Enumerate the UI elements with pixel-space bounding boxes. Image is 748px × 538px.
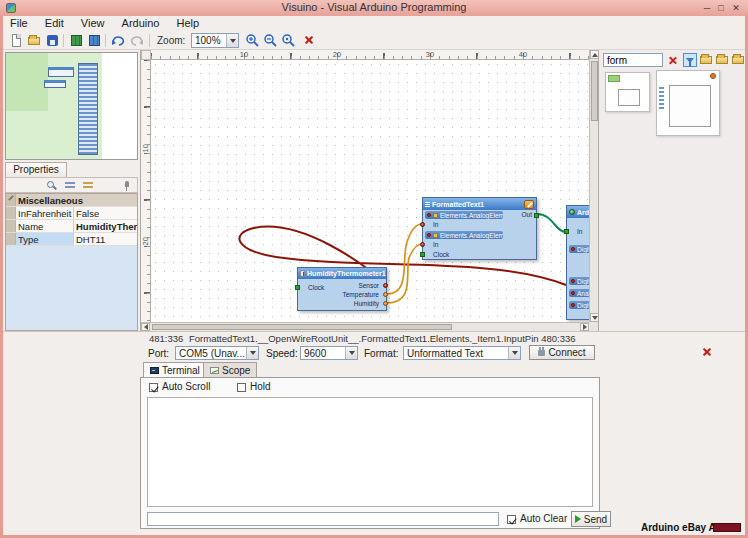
menu-edit[interactable]: Edit — [38, 16, 71, 30]
new-file-icon[interactable] — [9, 33, 24, 48]
pin-row-in2[interactable]: In — [423, 240, 536, 250]
pin-icon[interactable] — [122, 180, 134, 192]
pin-row-temperature[interactable]: Temperature — [343, 290, 380, 299]
pin-row-sensor[interactable]: Sensor — [343, 281, 380, 290]
component-header[interactable]: HumidityThermometer1 — [298, 268, 386, 279]
pin-row-element1[interactable]: Elements.AnalogElement1 — [425, 211, 503, 219]
clock-pin-icon[interactable] — [420, 252, 425, 257]
temperature-pin-icon[interactable] — [383, 292, 388, 297]
out-pin-icon[interactable] — [534, 213, 539, 218]
close-button[interactable]: ✕ — [729, 2, 743, 14]
serial-in-pin-icon[interactable] — [564, 229, 569, 234]
pin-row-clock[interactable]: Clock — [298, 283, 324, 293]
sensor-pin-icon[interactable] — [383, 283, 388, 288]
pin-row-in1[interactable]: In — [423, 220, 536, 230]
pin-row-humidity[interactable]: Humidity — [343, 299, 380, 308]
sort-category-icon[interactable] — [82, 180, 94, 192]
format-select[interactable]: Unformatted Text — [403, 346, 521, 360]
wire-serial-out[interactable] — [537, 214, 566, 232]
chevron-down-icon[interactable] — [246, 347, 258, 359]
pin-label: Analog — [577, 290, 589, 297]
chevron-down-icon[interactable] — [345, 347, 357, 359]
save-file-icon[interactable] — [45, 33, 60, 48]
port-select[interactable]: COM5 (Unav... — [175, 346, 259, 360]
input-pin-icon[interactable] — [420, 242, 425, 247]
tab-properties[interactable]: Properties — [5, 162, 67, 177]
tab-terminal[interactable]: Terminal — [143, 362, 207, 377]
delete-icon[interactable] — [303, 35, 318, 50]
property-row[interactable]: Type DHT11 — [6, 233, 137, 246]
scroll-thumb[interactable] — [152, 324, 452, 330]
auto-clear-checkbox[interactable] — [507, 515, 516, 524]
edit-pencil-icon[interactable] — [524, 200, 534, 209]
pin-out[interactable]: Out — [522, 211, 532, 219]
wire-humidity[interactable] — [387, 244, 422, 303]
humidity-pin-icon[interactable] — [383, 301, 388, 306]
pin-row-serial-in[interactable]: In — [567, 227, 589, 237]
menu-help[interactable]: Help — [170, 16, 207, 30]
speed-select[interactable]: 9600 — [300, 346, 358, 360]
component-humiditythermometer1[interactable]: HumidityThermometer1 Clock Sensor Temper… — [297, 267, 387, 311]
design-canvas[interactable]: FormattedText1 Elements.AnalogElement1 O… — [151, 60, 589, 322]
board-icon[interactable] — [69, 33, 84, 48]
zoom-combobox[interactable]: 100% — [191, 33, 239, 48]
overview-minimap[interactable] — [5, 52, 138, 160]
clear-search-icon[interactable] — [665, 53, 679, 67]
canvas-horizontal-scrollbar[interactable] — [141, 322, 589, 331]
tab-scope[interactable]: Scope — [203, 362, 257, 377]
auto-scroll-checkbox[interactable] — [149, 383, 158, 392]
property-row[interactable]: Name HumidityThermo... — [6, 220, 137, 233]
hold-checkbox[interactable] — [237, 383, 246, 392]
palette-search-input[interactable] — [603, 53, 663, 67]
minimize-button[interactable]: ─ — [700, 2, 714, 14]
undo-icon[interactable] — [111, 33, 126, 48]
chevron-down-icon[interactable] — [508, 347, 520, 359]
menu-arduino[interactable]: Arduino — [115, 16, 167, 30]
redo-icon[interactable] — [129, 33, 144, 48]
property-value[interactable]: DHT11 — [74, 233, 137, 245]
search-icon[interactable] — [46, 180, 58, 192]
category-folder-icon[interactable] — [699, 53, 713, 67]
palette-item-formatted-text[interactable] — [605, 72, 650, 112]
zoom-out-icon[interactable] — [263, 33, 278, 48]
wire-temperature[interactable] — [387, 224, 422, 294]
property-category-row[interactable]: Miscellaneous — [6, 194, 137, 207]
palette-item-formatted-text-elements[interactable] — [656, 70, 720, 136]
connect-button[interactable]: Connect — [529, 345, 595, 360]
zoom-in-icon[interactable] — [245, 33, 260, 48]
menu-view[interactable]: View — [74, 16, 112, 30]
sort-alpha-icon[interactable] — [64, 180, 76, 192]
terminal-output[interactable] — [147, 397, 593, 507]
pin-row-analog[interactable]: Analog — [569, 289, 589, 297]
component-header[interactable]: Arduino — [567, 206, 589, 218]
chevron-down-icon[interactable] — [226, 34, 238, 47]
property-value[interactable]: HumidityThermo... — [74, 220, 137, 232]
pin-row-clock[interactable]: Clock — [423, 250, 536, 260]
scroll-thumb[interactable] — [591, 61, 598, 121]
component-formattedtext1[interactable]: FormattedText1 Elements.AnalogElement1 O… — [422, 197, 537, 260]
pin-row-digital[interactable]: Digital — [569, 277, 589, 285]
clock-pin-icon[interactable] — [295, 285, 300, 290]
property-row[interactable]: InFahrenheit False — [6, 207, 137, 220]
component-arduino[interactable]: Arduino In Digital Digital — [566, 205, 589, 320]
collapse-all-icon[interactable] — [731, 53, 745, 67]
expand-all-icon[interactable] — [715, 53, 729, 67]
scroll-right-icon[interactable] — [580, 323, 589, 331]
property-value[interactable]: False — [74, 207, 137, 219]
menu-file[interactable]: File — [3, 16, 35, 30]
send-input[interactable] — [147, 512, 499, 526]
maximize-button[interactable]: □ — [714, 2, 728, 14]
board-alt-icon[interactable] — [87, 33, 102, 48]
pin-row-element2[interactable]: Elements.AnalogElement2 — [425, 231, 503, 239]
component-header[interactable]: FormattedText1 — [423, 198, 536, 210]
filter-icon[interactable] — [683, 53, 697, 67]
pin-row-digital[interactable]: Digital — [569, 245, 589, 253]
ad-banner[interactable] — [713, 523, 741, 532]
input-pin-icon[interactable] — [420, 222, 425, 227]
menu-bar: File Edit View Arduino Help — [3, 16, 745, 31]
open-file-icon[interactable] — [27, 33, 42, 48]
zoom-fit-icon[interactable] — [281, 33, 296, 48]
minimap-component — [44, 80, 66, 88]
scroll-left-icon[interactable] — [141, 323, 150, 331]
pin-row-digital[interactable]: Digital — [569, 301, 589, 309]
